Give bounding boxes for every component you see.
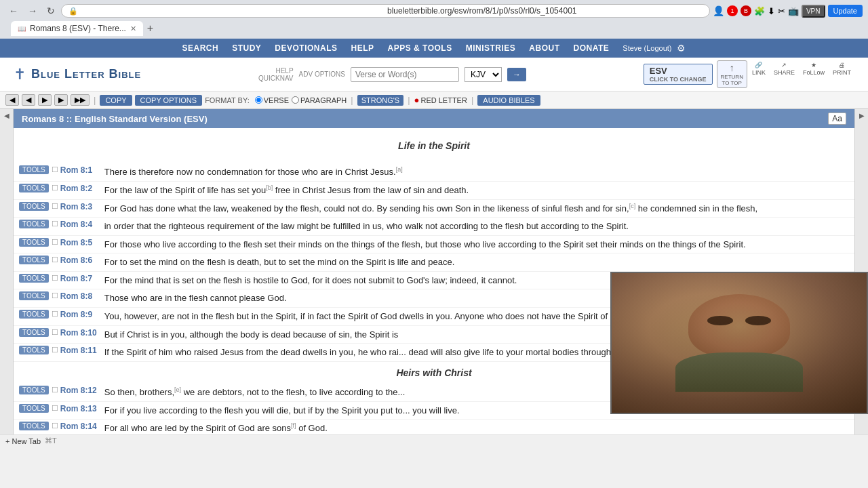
extensions-icon: 🧩 [754,6,765,16]
nav-apps[interactable]: APPS & TOOLS [388,43,452,53]
last-verse-button[interactable]: ▶▶ [71,94,90,106]
follow-button[interactable]: ★ FoLLow [800,60,828,88]
prev-chapter-button[interactable]: ◀ [5,94,19,106]
toolbar-separator3: | [408,95,410,105]
verse-row: TOOLS ☐ Rom 8:5 For those who live accor… [14,236,854,254]
audio-bibles-button[interactable]: AUDIO BIBLES [477,95,540,106]
tools-button-8-4[interactable]: TOOLS [19,220,49,228]
nav-search[interactable]: SEARCH [182,43,219,53]
strongs-button[interactable]: STRONG'S [357,95,404,106]
nav-ministries[interactable]: MINISTRIES [466,43,516,53]
red-letter-option[interactable]: ● RED LETTER [414,95,467,105]
search-go-button[interactable]: → [507,68,526,81]
verse-ref-8-7[interactable]: Rom 8:7 [60,274,104,283]
back-button[interactable]: ← [5,4,22,18]
address-bar[interactable]: 🔒 blueletterbible.org/esv/rom/8/1/p0/ss0… [61,4,710,18]
paragraph-format-option[interactable]: PARAGRAPH [292,96,347,104]
reload-button[interactable]: ↻ [43,4,58,18]
user-bar: Steve (Logout) ⚙ [623,43,686,54]
verse-radio[interactable] [255,96,262,104]
verse-ref-8-3[interactable]: Rom 8:3 [60,202,104,211]
active-tab[interactable]: 📖 Romans 8 (ESV) - There... ✕ [11,21,143,36]
verse-ref-8-9[interactable]: Rom 8:9 [60,310,104,319]
nav-about[interactable]: ABOUT [529,43,559,53]
bookmark-icon-8-10[interactable]: ☐ [52,328,58,337]
forward-button[interactable]: → [24,4,41,18]
verse-format-option[interactable]: VERSE [255,96,289,104]
tools-button-8-1[interactable]: TOOLS [19,165,49,174]
sidebar-left[interactable]: ◀ [0,109,14,434]
bookmark-icon-8-8[interactable]: ☐ [52,291,58,300]
verse-ref-8-1[interactable]: Rom 8:1 [60,165,104,175]
verse-text-8-14: For all who are led by the Spirit of God… [104,422,849,434]
tools-button-8-10[interactable]: TOOLS [19,328,49,337]
print-button[interactable]: 🖨 PRINT [829,60,854,88]
copy-button[interactable]: COPY [100,95,132,106]
toolbar-separator: | [94,95,96,105]
bookmark-icon-8-9[interactable]: ☐ [52,310,58,319]
next-verse-button[interactable]: ▶ [38,94,52,106]
tools-button-8-6[interactable]: TOOLS [19,256,49,264]
bookmark-icon-8-13[interactable]: ☐ [52,404,58,413]
nav-devotionals[interactable]: DEVOTIONALS [275,43,337,53]
search-area: HELP QUICKNAV ADV OPTIONS KJV ESV NIV → [258,67,526,82]
tools-button-8-3[interactable]: TOOLS [19,202,49,211]
verse-ref-8-11[interactable]: Rom 8:11 [60,346,104,355]
bookmark-icon-8-7[interactable]: ☐ [52,274,58,283]
version-badge[interactable]: ESV CLICK TO CHANGE [644,64,713,85]
verse-ref-8-14[interactable]: Rom 8:14 [60,422,104,431]
bookmark-icon-8-12[interactable]: ☐ [52,386,58,394]
logo[interactable]: ✝ Blue Letter Bible [14,66,141,83]
tools-button-8-11[interactable]: TOOLS [19,346,49,354]
section-title-row-1: Life in the Spirit [14,128,854,163]
verse-ref-8-12[interactable]: Rom 8:12 [60,386,104,395]
bookmark-icon-8-1[interactable]: ☐ [52,165,58,174]
tools-button-8-5[interactable]: TOOLS [19,238,49,247]
bookmark-icon-8-4[interactable]: ☐ [52,220,58,228]
vpn-button[interactable]: VPN [802,5,825,18]
version-sub: CLICK TO CHANGE [650,76,707,83]
nav-help[interactable]: HELP [351,43,374,53]
verse-search-input[interactable] [351,67,459,82]
bookmark-icon-8-2[interactable]: ☐ [52,184,58,192]
tools-button-8-9[interactable]: TOOLS [19,310,49,319]
font-size-button[interactable]: Aa [828,113,846,125]
verse-ref-8-8[interactable]: Rom 8:8 [60,291,104,301]
verse-ref-8-6[interactable]: Rom 8:6 [60,256,104,265]
verse-ref-8-13[interactable]: Rom 8:13 [60,404,104,413]
nav-donate[interactable]: DONATE [574,43,610,53]
video-popup[interactable] [610,272,868,414]
version-select[interactable]: KJV ESV NIV [465,67,502,82]
tools-button-8-7[interactable]: TOOLS [19,274,49,283]
settings-icon[interactable]: ⚙ [677,43,686,54]
bookmark-icon-8-14[interactable]: ☐ [52,422,58,430]
video-content [612,273,867,413]
bookmark-icon-8-3[interactable]: ☐ [52,202,58,211]
paragraph-radio[interactable] [292,96,299,104]
tools-button-8-12[interactable]: TOOLS [19,386,49,394]
new-tab-label[interactable]: + New Tab [5,437,41,445]
copy-options-button[interactable]: COPY OPTIONS [135,95,203,106]
verse-ref-8-5[interactable]: Rom 8:5 [60,238,104,247]
bookmark-icon-8-6[interactable]: ☐ [52,256,58,264]
tools-button-8-2[interactable]: TOOLS [19,184,49,192]
tools-button-8-14[interactable]: TOOLS [19,422,49,430]
nav-study[interactable]: STUDY [232,43,261,53]
verse-ref-8-4[interactable]: Rom 8:4 [60,220,104,229]
new-tab-button[interactable]: + [143,22,157,35]
next-chapter-button[interactable]: ▶ [54,94,68,106]
bookmark-icon-8-11[interactable]: ☐ [52,346,58,354]
tools-button-8-13[interactable]: TOOLS [19,404,49,413]
tools-button-8-8[interactable]: TOOLS [19,291,49,300]
prev-verse-button[interactable]: ◀ [22,94,35,106]
update-button[interactable]: Update [828,5,863,17]
return-to-top-button[interactable]: ↑ RETURNTO TOP [717,60,747,88]
tab-close-button[interactable]: ✕ [130,24,136,33]
bookmark-icon-8-5[interactable]: ☐ [52,238,58,247]
share-button[interactable]: ↗ SHARE [770,60,798,88]
verse-ref-8-10[interactable]: Rom 8:10 [60,328,104,338]
verse-text-8-6: For to set the mind on the flesh is deat… [104,256,849,269]
video-overlay [612,273,867,413]
link-button[interactable]: 🔗 LINK [749,60,769,88]
verse-ref-8-2[interactable]: Rom 8:2 [60,184,104,193]
